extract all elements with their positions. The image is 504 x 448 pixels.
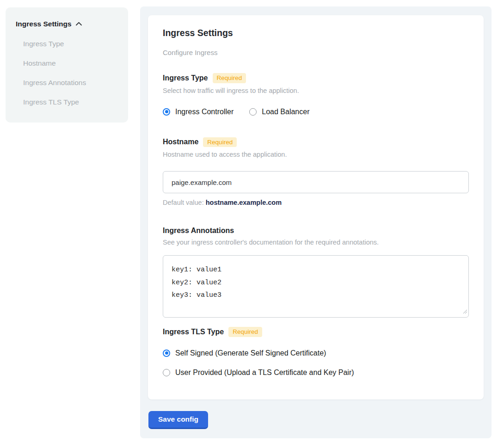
settings-panel: Ingress Settings Configure Ingress Ingre… [140,6,492,438]
hostname-section: Hostname Required Hostname used to acces… [163,137,469,207]
radio-selected-icon [163,108,170,116]
required-badge: Required [228,327,262,337]
radio-option-ingress-controller[interactable]: Ingress Controller [163,108,234,116]
ingress-annotations-label: Ingress Annotations [163,227,234,235]
sidebar-group-ingress-settings[interactable]: Ingress Settings [6,7,128,28]
ingress-annotations-input[interactable]: key1: value1 key2: value2 key3: value3 [163,255,469,318]
settings-sidebar: Ingress Settings Ingress Type Hostname I… [6,7,128,123]
sidebar-item-ingress-type[interactable]: Ingress Type [6,34,128,54]
ingress-tls-radio-group: Self Signed (Generate Self Signed Certif… [163,344,469,382]
radio-option-user-provided[interactable]: User Provided (Upload a TLS Certificate … [163,363,469,382]
required-badge: Required [213,73,246,83]
radio-unselected-icon [249,108,257,116]
ingress-type-label: Ingress Type [163,74,208,82]
radio-option-self-signed[interactable]: Self Signed (Generate Self Signed Certif… [163,344,469,363]
page-title: Ingress Settings [163,28,469,38]
ingress-tls-type-section: Ingress TLS Type Required Self Signed (G… [163,327,469,382]
ingress-tls-type-label: Ingress TLS Type [163,328,224,336]
radio-selected-icon [163,350,170,357]
required-badge: Required [203,137,237,147]
hostname-default-label: Default value: [163,199,204,206]
ingress-annotations-section: Ingress Annotations See your ingress con… [163,227,469,318]
sidebar-item-ingress-tls-type[interactable]: Ingress TLS Type [6,92,128,112]
radio-label-self-signed: Self Signed (Generate Self Signed Certif… [175,349,326,357]
radio-label-ingress-controller: Ingress Controller [175,108,234,116]
sidebar-item-hostname[interactable]: Hostname [6,54,128,73]
hostname-label: Hostname [163,138,198,146]
hostname-default-value: hostname.example.com [206,199,282,206]
radio-unselected-icon [163,369,170,376]
sidebar-item-ingress-annotations[interactable]: Ingress Annotations [6,73,128,92]
resize-grip-icon[interactable] [463,307,467,316]
hostname-input[interactable] [163,171,469,193]
ingress-type-section: Ingress Type Required Select how traffic… [163,73,469,116]
save-config-button[interactable]: Save config [148,411,208,429]
sidebar-group-label: Ingress Settings [16,20,72,28]
hostname-help: Hostname used to access the application. [163,151,469,158]
ingress-type-radio-group: Ingress Controller Load Balancer [163,108,469,116]
ingress-annotations-help: See your ingress controller's documentat… [163,239,469,246]
hostname-default-line: Default value: hostname.example.com [163,199,469,206]
radio-option-load-balancer[interactable]: Load Balancer [249,108,309,116]
radio-label-load-balancer: Load Balancer [262,108,309,116]
ingress-type-help: Select how traffic will ingress to the a… [163,87,469,94]
radio-label-user-provided: User Provided (Upload a TLS Certificate … [175,368,354,377]
chevron-up-icon [75,20,82,28]
sidebar-nav: Ingress Type Hostname Ingress Annotation… [6,34,128,112]
ingress-settings-card: Ingress Settings Configure Ingress Ingre… [148,15,484,399]
page-subtitle: Configure Ingress [163,49,469,56]
